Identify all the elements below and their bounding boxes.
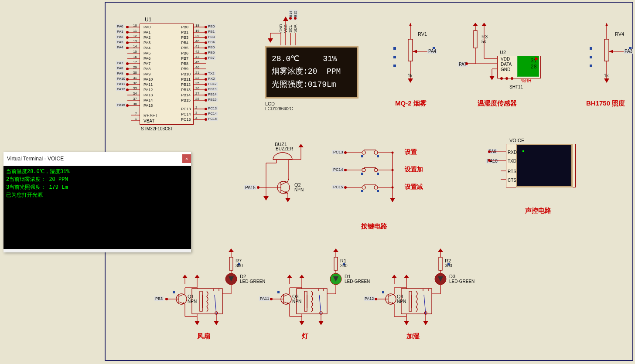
terminal-line: 当前温度28.0℃，湿度31% <box>6 168 188 176</box>
svg-marker-156 <box>263 196 269 201</box>
svg-marker-278 <box>318 321 324 325</box>
terminal-line: 2当前烟雾浓度： 20 PPM <box>6 176 188 184</box>
svg-point-23 <box>126 68 129 70</box>
mq2-pot[interactable] <box>388 22 440 92</box>
button-label: 设置加 <box>405 166 423 173</box>
relay-q-part: NPN <box>397 299 406 304</box>
svg-point-173 <box>344 151 347 154</box>
mcu-pin-PA8: PA8 <box>143 67 150 71</box>
svg-point-20 <box>126 62 129 65</box>
mcu-netpc-PC13: PC13 <box>207 106 218 110</box>
svg-line-295 <box>424 295 426 314</box>
mcu-net-PA2: PA2 <box>116 35 124 39</box>
virtual-terminal-window: Virtual Terminal - VOICE × 当前温度28.0℃，湿度3… <box>3 152 191 252</box>
terminal-footer <box>3 249 191 252</box>
mcu-pin-PB12: PB12 <box>181 82 191 87</box>
mcu-pin-PB7: PB7 <box>181 56 188 61</box>
mcu-pin-PB11: PB11 <box>181 77 191 82</box>
svg-marker-115 <box>408 78 413 83</box>
svg-text:7: 7 <box>135 112 137 116</box>
mcu-pin-PB10: PB10 <box>181 72 191 76</box>
svg-rect-189 <box>377 173 379 175</box>
buz-part: BUZZER <box>276 146 293 151</box>
svg-text:▶: ▶ <box>535 55 539 61</box>
svg-rect-149 <box>590 65 592 67</box>
lcd-display[interactable]: 28.0℃ 31% 烟雾浓度:20 PPM 光照强度:0179Lm <box>265 46 358 99</box>
svg-point-136 <box>500 77 503 80</box>
svg-marker-200 <box>390 198 395 202</box>
svg-text:10: 10 <box>133 24 137 27</box>
dht-title: 温湿度传感器 <box>478 99 517 108</box>
mcu-net-PB6: PB6 <box>207 51 215 54</box>
mcu-pin-PC13: PC13 <box>181 107 191 111</box>
svg-point-183 <box>362 168 365 172</box>
voice-terminal-display[interactable] <box>516 144 573 187</box>
pin-vbat: VBAT <box>143 119 154 123</box>
svg-marker-311 <box>392 275 397 278</box>
svg-text:41: 41 <box>195 44 199 48</box>
svg-rect-119 <box>393 56 396 58</box>
svg-line-164 <box>281 181 288 185</box>
buttons-title: 按键电路 <box>361 222 387 231</box>
svg-rect-179 <box>361 155 363 157</box>
mcu-netpc-PC15: PC15 <box>207 117 218 121</box>
mcu-pin-PB15: PB15 <box>181 98 191 102</box>
mcu-pin-PB0: PB0 <box>181 25 188 29</box>
mcu-net-PB3: PB3 <box>207 35 215 39</box>
buz-q-part: NPN <box>294 187 304 192</box>
svg-text:30: 30 <box>133 71 137 75</box>
svg-point-191 <box>344 186 347 189</box>
mcu-pin-PA1: PA1 <box>143 30 150 34</box>
mcu-pin-PA13: PA13 <box>143 93 153 97</box>
svg-text:29: 29 <box>133 65 137 69</box>
svg-point-13 <box>126 47 129 49</box>
svg-marker-247 <box>333 248 338 252</box>
svg-marker-135 <box>489 76 495 80</box>
bh1750-pot[interactable] <box>584 22 635 92</box>
svg-point-275 <box>270 298 273 300</box>
mcu-net-PA7: PA7 <box>116 61 124 65</box>
svg-point-202 <box>488 150 491 153</box>
mcu-net-PB5: PB5 <box>207 45 215 49</box>
relay-r-ref: R2 <box>445 258 451 263</box>
mcu-pin-PA11: PA11 <box>143 82 153 87</box>
relay-d-ref: D1 <box>345 274 351 279</box>
mcu-net-PA8: PA8 <box>116 66 124 70</box>
mcu-net-PA0: PA0 <box>116 24 124 28</box>
buttons-circuit[interactable] <box>345 146 432 216</box>
svg-text:46: 46 <box>195 65 199 69</box>
svg-text:25: 25 <box>195 81 199 85</box>
mcu-net-PA10: PA10 <box>116 77 126 81</box>
relay-r-val: 300 <box>340 263 348 268</box>
relay-module-加湿[interactable] <box>375 248 471 352</box>
lcd-row-1: 28.0℃ 31% <box>272 54 352 63</box>
mcu-pin-PB9: PB9 <box>181 67 188 71</box>
svg-rect-283 <box>439 257 442 270</box>
mcu-net-PA9: PA9 <box>116 71 124 75</box>
svg-marker-111 <box>409 23 412 26</box>
mcu-net-PB11: RX2 <box>207 77 216 81</box>
mcu-net-PB13: PB13 <box>207 87 218 91</box>
close-icon[interactable]: × <box>182 154 191 163</box>
svg-marker-240 <box>214 321 219 325</box>
mcu-pin-PA14: PA14 <box>143 98 153 102</box>
svg-text:45: 45 <box>195 60 199 64</box>
svg-marker-235 <box>182 275 188 278</box>
svg-rect-188 <box>361 173 363 175</box>
terminal-titlebar[interactable]: Virtual Terminal - VOICE × <box>3 152 191 166</box>
button-net: PC13 <box>332 150 344 154</box>
mcu-net-PB10: TX2 <box>207 71 215 75</box>
relay-module-风扇[interactable] <box>166 248 262 352</box>
svg-point-32 <box>126 83 129 86</box>
svg-marker-309 <box>404 321 409 325</box>
terminal-body[interactable]: 当前温度28.0℃，湿度31% 2当前烟雾浓度： 20 PPM 3当前光照强度：… <box>3 166 191 249</box>
sht11-part: SHT11 <box>509 85 523 89</box>
svg-point-29 <box>126 78 129 81</box>
relay-module-灯[interactable] <box>270 248 366 352</box>
button-label: 设置 <box>405 148 417 156</box>
svg-point-174 <box>362 151 365 154</box>
mcu-pin-PB8: PB8 <box>181 61 188 66</box>
buzzer-circuit[interactable] <box>253 144 314 222</box>
mcu-net-PB1: PB1 <box>207 30 215 34</box>
svg-marker-140 <box>605 23 608 26</box>
